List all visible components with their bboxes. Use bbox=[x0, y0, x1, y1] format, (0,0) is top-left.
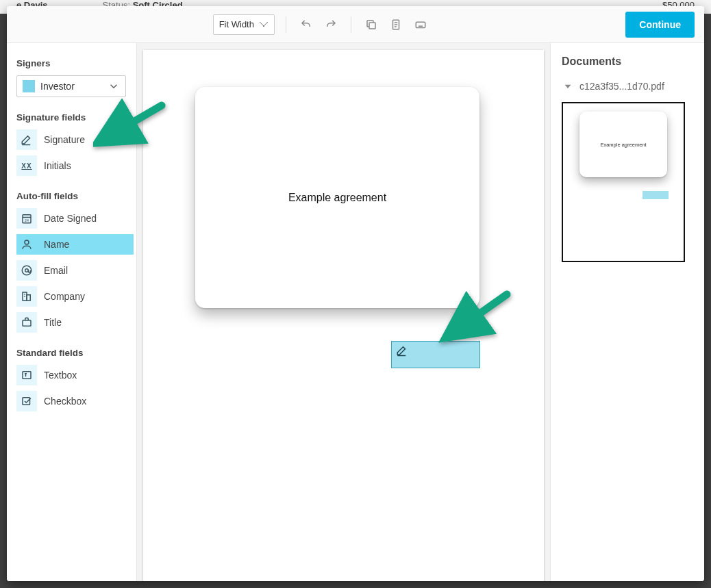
svg-rect-25 bbox=[23, 398, 30, 405]
company-icon bbox=[16, 286, 37, 307]
chevron-down-icon bbox=[562, 80, 574, 92]
field-date-signed[interactable]: 24 Date Signed bbox=[16, 208, 134, 229]
standard-heading: Standard fields bbox=[16, 348, 134, 358]
signature-fields-heading: Signature fields bbox=[16, 112, 134, 123]
email-icon bbox=[16, 260, 37, 281]
textbox-icon bbox=[16, 365, 37, 385]
document-page[interactable]: Example agreement bbox=[143, 50, 544, 581]
field-checkbox[interactable]: Checkbox bbox=[16, 391, 134, 411]
initials-icon: XX bbox=[16, 155, 37, 176]
svg-rect-22 bbox=[23, 372, 31, 379]
svg-text:24: 24 bbox=[25, 218, 29, 222]
field-company[interactable]: Company bbox=[16, 286, 134, 307]
thumbnail-card: Example agreement bbox=[579, 112, 667, 177]
top-toolbar: Fit Width Continue bbox=[7, 6, 704, 43]
field-label: Initials bbox=[44, 160, 71, 171]
field-label: Signature bbox=[44, 134, 85, 145]
document-canvas[interactable]: Example agreement bbox=[137, 43, 550, 581]
document-thumbnail[interactable]: Example agreement bbox=[562, 102, 685, 262]
editor-modal: Fit Width Continue S bbox=[7, 6, 704, 581]
person-icon bbox=[16, 234, 37, 255]
field-label: Checkbox bbox=[44, 396, 86, 407]
continue-button[interactable]: Continue bbox=[625, 12, 695, 38]
svg-rect-21 bbox=[23, 320, 31, 326]
field-name[interactable]: Name bbox=[16, 234, 134, 255]
thumbnail-placed-field bbox=[643, 191, 669, 199]
field-label: Textbox bbox=[44, 370, 77, 381]
field-email[interactable]: Email bbox=[16, 260, 134, 281]
undo-icon[interactable] bbox=[297, 16, 315, 34]
signer-select[interactable]: Investor bbox=[16, 75, 126, 97]
document-icon[interactable] bbox=[387, 16, 405, 34]
redo-icon[interactable] bbox=[322, 16, 340, 34]
field-title[interactable]: Title bbox=[16, 312, 134, 333]
autofill-heading: Auto-fill fields bbox=[16, 191, 134, 201]
chevron-down-icon bbox=[108, 80, 120, 92]
svg-rect-18 bbox=[27, 295, 30, 301]
document-list-item[interactable]: c12a3f35...1d70.pdf bbox=[562, 80, 693, 92]
svg-point-14 bbox=[25, 240, 29, 244]
signers-heading: Signers bbox=[16, 58, 134, 68]
field-label: Date Signed bbox=[44, 213, 97, 224]
copy-icon[interactable] bbox=[362, 16, 380, 34]
editor-body: Signers Investor Signature fields Signat… bbox=[7, 43, 704, 581]
field-initials[interactable]: XX Initials bbox=[16, 155, 134, 176]
separator bbox=[351, 16, 351, 33]
documents-heading: Documents bbox=[562, 55, 693, 68]
fields-sidebar: Signers Investor Signature fields Signat… bbox=[7, 43, 137, 581]
field-label: Email bbox=[44, 265, 68, 276]
signer-select-label: Investor bbox=[40, 81, 75, 92]
keyboard-icon[interactable] bbox=[412, 16, 429, 34]
svg-rect-0 bbox=[369, 23, 375, 29]
field-textbox[interactable]: Textbox bbox=[16, 365, 134, 385]
document-filename: c12a3f35...1d70.pdf bbox=[579, 81, 664, 92]
title-icon bbox=[16, 312, 37, 333]
signature-field-list: Signature XX Initials bbox=[16, 129, 134, 176]
field-label: Title bbox=[44, 317, 62, 328]
checkbox-icon bbox=[16, 391, 37, 411]
field-label: Name bbox=[44, 239, 69, 250]
field-label: Company bbox=[44, 291, 85, 302]
signature-icon bbox=[16, 129, 37, 150]
placed-signature-field[interactable] bbox=[391, 341, 480, 368]
svg-marker-27 bbox=[565, 85, 571, 88]
svg-rect-5 bbox=[416, 22, 425, 27]
signature-icon bbox=[396, 344, 408, 357]
standard-field-list: Textbox Checkbox bbox=[16, 365, 134, 411]
signer-color-swatch bbox=[23, 80, 35, 92]
zoom-select[interactable]: Fit Width bbox=[213, 14, 275, 35]
calendar-icon: 24 bbox=[16, 208, 37, 229]
autofill-field-list: 24 Date Signed Name Email bbox=[16, 208, 134, 333]
separator bbox=[286, 16, 286, 33]
field-signature[interactable]: Signature bbox=[16, 129, 134, 150]
card-title: Example agreement bbox=[288, 192, 386, 204]
document-content-card: Example agreement bbox=[195, 87, 479, 308]
documents-panel: Documents c12a3f35...1d70.pdf Example ag… bbox=[550, 43, 704, 581]
